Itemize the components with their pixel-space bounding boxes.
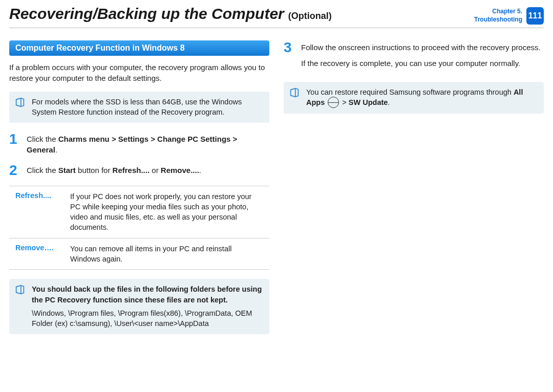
content: Computer Recovery Function in Windows 8 … [0,28,553,343]
restore-note-gt1 [325,98,327,106]
step2-or: or [150,166,161,175]
step2-prefix: Click the [27,166,58,175]
step2-b2: Refresh.... [113,166,150,175]
chapter-line2: Troubleshooting [474,16,522,24]
restore-note-suffix: . [388,98,390,106]
step-number: 2 [9,163,22,178]
step-number: 1 [9,132,22,155]
option-desc-refresh: If your PC does not work properly, you c… [70,191,263,233]
page-title: Recovering/Backing up the Computer [9,5,284,23]
step3-p2: If the recovery is complete, you can use… [301,58,541,69]
note-icon [14,97,26,111]
backup-note-body: \Windows, \Program files, \Program files… [32,309,252,328]
restore-note-prefix: You can restore required Samsung softwar… [306,88,514,96]
step2-suffix: . [199,166,201,175]
step2-mid: button for [76,166,113,175]
backup-note-box: You should back up the files in the foll… [9,279,269,334]
option-label-remove: Remove…. [15,244,64,265]
step3-p1: Follow the onscreen instructions to proc… [301,42,541,53]
ssd-note-box: For models where the SSD is less than 64… [9,92,269,123]
right-column: 3 Follow the onscreen instructions to pr… [284,40,544,343]
step-1: 1 Click the Charms menu > Settings > Cha… [9,132,269,155]
step-2: 2 Click the Start button for Refresh....… [9,163,269,178]
restore-note-gt2: > [340,98,349,106]
step-body: Click the Charms menu > Settings > Chang… [27,132,269,155]
table-row: Remove…. You can remove all items in you… [9,238,269,270]
page-number-badge: 111 [526,7,544,25]
header-right: Chapter 5. Troubleshooting 111 [474,5,544,25]
section-heading: Computer Recovery Function in Windows 8 [9,40,269,56]
all-apps-icon [328,97,339,108]
intro-text: If a problem occurs with your computer, … [9,62,269,83]
restore-note-b2: SW Update [349,98,388,106]
step-number: 3 [284,40,296,74]
step-body: Follow the onscreen instructions to proc… [301,40,541,74]
step2-b3: Remove.... [161,166,199,175]
step-3: 3 Follow the onscreen instructions to pr… [284,40,544,74]
backup-note-bold: You should back up the files in the foll… [32,285,262,303]
step1-suffix: . [55,145,57,154]
step-body: Click the Start button for Refresh.... o… [27,163,201,178]
chapter-line1: Chapter 5. [474,8,522,16]
ssd-note-text: For models where the SSD is less than 64… [32,98,242,116]
page-subtitle: (Optional) [288,11,332,21]
note-icon [289,87,300,101]
page-header: Recovering/Backing up the Computer (Opti… [0,0,553,25]
option-label-refresh: Refresh.... [15,191,64,233]
step2-b1: Start [58,166,76,175]
option-desc-remove: You can remove all items in your PC and … [70,244,263,265]
table-row: Refresh.... If your PC does not work pro… [9,186,269,238]
step1-prefix: Click the [27,135,58,143]
chapter-info: Chapter 5. Troubleshooting [474,8,522,24]
note-icon [14,284,26,298]
page-number: 111 [528,11,542,20]
options-table: Refresh.... If your PC does not work pro… [9,186,269,270]
title-wrap: Recovering/Backing up the Computer (Opti… [9,5,332,23]
left-column: Computer Recovery Function in Windows 8 … [9,40,269,343]
step1-bold: Charms menu > Settings > Change PC Setti… [27,135,237,154]
restore-note-box: You can restore required Samsung softwar… [284,82,544,114]
